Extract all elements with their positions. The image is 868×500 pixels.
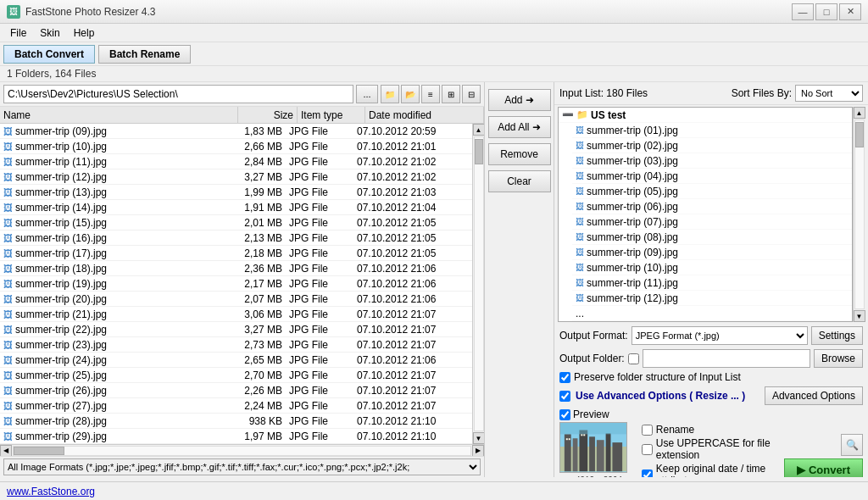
vertical-scrollbar[interactable]: ▲ ▼	[472, 124, 484, 444]
scroll-up-arrow[interactable]: ▲	[473, 124, 485, 136]
remove-button[interactable]: Remove	[488, 143, 551, 165]
col-header-size[interactable]: Size	[238, 107, 298, 123]
menu-skin[interactable]: Skin	[33, 25, 66, 41]
scroll-left-arrow[interactable]: ◀	[0, 445, 12, 457]
app-title: FastStone Photo Resizer 4.3	[25, 6, 155, 18]
scroll-down-arrow[interactable]: ▼	[473, 432, 485, 444]
table-row[interactable]: 🖼 summer-trip (17).jpg 2,18 MB JPG File …	[0, 246, 472, 261]
file-size: 2,13 MB	[226, 231, 286, 245]
input-scroll-down[interactable]: ▼	[854, 310, 865, 322]
file-size: 1,91 MB	[226, 201, 286, 214]
file-name: summer-trip (18).jpg	[15, 263, 107, 275]
format-filter-select[interactable]: All Image Formats (*.jpg;*.jpe;*.jpeg;*.…	[3, 458, 481, 475]
table-row[interactable]: 🖼 summer-trip (20).jpg 2,07 MB JPG File …	[0, 292, 472, 307]
table-row[interactable]: 🖼 summer-trip (26).jpg 2,26 MB JPG File …	[0, 383, 472, 398]
clear-button[interactable]: Clear	[488, 170, 551, 192]
file-date: 07.10.2012 21:07	[353, 323, 472, 336]
table-row[interactable]: 🖼 summer-trip (25).jpg 2,70 MB JPG File …	[0, 368, 472, 383]
col-header-type[interactable]: Item type	[298, 107, 365, 123]
folder-icon-btn[interactable]: 📁	[381, 85, 399, 103]
list-item[interactable]: 🖼summer-trip (10).jpg	[572, 260, 852, 275]
file-date: 07.10.2012 21:04	[353, 201, 472, 214]
table-row[interactable]: 🖼 summer-trip (21).jpg 3,06 MB JPG File …	[0, 307, 472, 322]
list-item[interactable]: 🖼summer-trip (05).jpg	[572, 184, 852, 199]
list-item[interactable]: 🖼summer-trip (01).jpg	[572, 123, 852, 138]
keep-date-checkbox[interactable]	[642, 469, 653, 478]
search-button[interactable]: 🔍	[841, 434, 863, 456]
horizontal-scrollbar[interactable]: ◀ ▶	[0, 444, 484, 456]
preserve-structure-checkbox[interactable]	[559, 372, 570, 383]
table-row[interactable]: 🖼 summer-trip (23).jpg 2,73 MB JPG File …	[0, 337, 472, 353]
list-item[interactable]: 🖼summer-trip (04).jpg	[572, 169, 852, 184]
browse-path-button[interactable]: ...	[356, 85, 378, 103]
table-row[interactable]: 🖼 summer-trip (16).jpg 2,13 MB JPG File …	[0, 231, 472, 246]
format-select[interactable]: JPEG Format (*.jpg) PNG Format (*.png) B…	[632, 326, 808, 345]
close-window-button[interactable]: ✕	[839, 3, 861, 20]
list-item[interactable]: 🖼summer-trip (11).jpg	[572, 275, 852, 291]
list-item[interactable]: 🖼summer-trip (06).jpg	[572, 199, 852, 214]
settings-button[interactable]: Settings	[811, 326, 863, 345]
table-row[interactable]: 🖼 summer-trip (12).jpg 3,27 MB JPG File …	[0, 169, 472, 185]
rename-checkbox[interactable]	[642, 425, 653, 436]
menu-file[interactable]: File	[3, 25, 33, 41]
svg-rect-12	[581, 434, 582, 436]
preserve-structure-label: Preserve folder structure of Input List	[574, 371, 741, 383]
svg-rect-8	[612, 442, 622, 471]
table-row[interactable]: 🖼 summer-trip (18).jpg 2,36 MB JPG File …	[0, 261, 472, 276]
list-item[interactable]: 🖼summer-trip (08).jpg	[572, 230, 852, 245]
table-row[interactable]: 🖼 summer-trip (29).jpg 1,97 MB JPG File …	[0, 429, 472, 444]
list-item[interactable]: 🖼summer-trip (07).jpg	[572, 214, 852, 230]
convert-button[interactable]: ▶ Convert	[784, 458, 863, 477]
add-button[interactable]: Add ➜	[488, 89, 551, 111]
table-row[interactable]: 🖼 summer-trip (11).jpg 2,84 MB JPG File …	[0, 154, 472, 169]
details-view-btn[interactable]: ≡	[421, 85, 440, 103]
file-icon: 🖼	[3, 340, 13, 350]
input-folder-item[interactable]: ➖📁US test	[559, 108, 852, 123]
table-row[interactable]: 🖼 summer-trip (13).jpg 1,99 MB JPG File …	[0, 185, 472, 200]
path-input[interactable]	[3, 85, 353, 103]
output-folder-checkbox[interactable]	[628, 353, 639, 364]
folder-up-icon-btn[interactable]: 📂	[401, 85, 420, 103]
table-row[interactable]: 🖼 summer-trip (14).jpg 1,91 MB JPG File …	[0, 200, 472, 215]
maximize-button[interactable]: □	[815, 3, 837, 20]
table-row[interactable]: 🖼 summer-trip (15).jpg 2,01 MB JPG File …	[0, 215, 472, 231]
minimize-button[interactable]: —	[792, 3, 814, 20]
table-row[interactable]: 🖼 summer-trip (24).jpg 2,65 MB JPG File …	[0, 353, 472, 368]
output-folder-input[interactable]	[643, 349, 810, 368]
col-header-date[interactable]: Date modified	[365, 107, 484, 123]
table-row[interactable]: 🖼 summer-trip (28).jpg 938 KB JPG File 0…	[0, 414, 472, 429]
file-name: summer-trip (27).jpg	[15, 400, 107, 412]
file-date: 07.10.2012 21:02	[353, 155, 472, 169]
file-icon: 🖼	[3, 142, 13, 152]
table-row[interactable]: 🖼 summer-trip (09).jpg 1,83 MB JPG File …	[0, 124, 472, 139]
list-view-btn[interactable]: ⊞	[442, 85, 460, 103]
list-item[interactable]: 🖼summer-trip (02).jpg	[572, 138, 852, 153]
file-type: JPG File	[286, 292, 353, 306]
scroll-right-arrow[interactable]: ▶	[472, 445, 484, 457]
input-list-scrollbar[interactable]: ▲ ▼	[853, 107, 865, 322]
browse-output-button[interactable]: Browse	[814, 349, 863, 368]
table-row[interactable]: 🖼 summer-trip (10).jpg 2,66 MB JPG File …	[0, 139, 472, 154]
col-header-name[interactable]: Name	[0, 107, 238, 123]
list-item[interactable]: 🖼summer-trip (12).jpg	[572, 291, 852, 306]
list-item[interactable]: 🖼summer-trip (09).jpg	[572, 245, 852, 260]
file-size: 2,36 MB	[226, 262, 286, 275]
sort-select[interactable]: No Sort Name Date Size	[795, 85, 863, 102]
table-row[interactable]: 🖼 summer-trip (19).jpg 2,17 MB JPG File …	[0, 276, 472, 292]
use-advanced-label[interactable]: Use Advanced Options ( Resize ... )	[576, 390, 745, 402]
table-row[interactable]: 🖼 summer-trip (27).jpg 2,24 MB JPG File …	[0, 398, 472, 414]
list-item[interactable]: 🖼summer-trip (03).jpg	[572, 153, 852, 169]
batch-rename-button[interactable]: Batch Rename	[98, 45, 191, 64]
preview-checkbox[interactable]	[559, 409, 570, 420]
thumb-view-btn[interactable]: ⊟	[462, 85, 481, 103]
menu-help[interactable]: Help	[67, 25, 102, 41]
add-all-button[interactable]: Add All ➜	[488, 116, 551, 138]
table-row[interactable]: 🖼 summer-trip (22).jpg 3,27 MB JPG File …	[0, 322, 472, 337]
advanced-options-button[interactable]: Advanced Options	[765, 386, 863, 405]
use-advanced-checkbox[interactable]	[559, 391, 570, 402]
folder-tree-icon: 📁	[576, 109, 588, 120]
uppercase-checkbox[interactable]	[642, 444, 653, 455]
website-link[interactable]: www.FastStone.org	[7, 486, 95, 497]
batch-convert-button[interactable]: Batch Convert	[3, 45, 95, 64]
input-scroll-up[interactable]: ▲	[854, 107, 865, 119]
